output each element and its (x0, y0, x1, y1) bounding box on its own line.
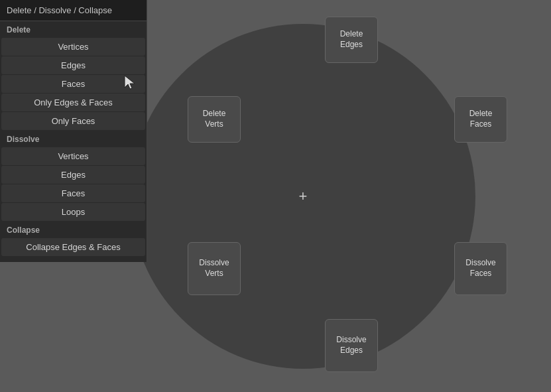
delete-edges-button[interactable]: Delete Edges (325, 17, 378, 63)
sidebar-item-vertices[interactable]: Vertices (1, 38, 145, 56)
delete-faces-button[interactable]: Delete Faces (454, 96, 507, 143)
svg-marker-0 (125, 76, 135, 89)
sidebar-item-vertices[interactable]: Vertices (1, 147, 145, 165)
sidebar-panel: Delete / Dissolve / Collapse DeleteVerti… (0, 0, 147, 262)
sidebar-section-delete: Delete (0, 21, 147, 37)
sidebar-item-collapse-edges---faces[interactable]: Collapse Edges & Faces (1, 238, 145, 256)
sidebar-item-only-edges---faces[interactable]: Only Edges & Faces (1, 94, 145, 111)
dissolve-faces-button[interactable]: Dissolve Faces (454, 242, 507, 295)
sidebar-item-faces[interactable]: Faces (1, 184, 145, 202)
sidebar-item-only-faces[interactable]: Only Faces (1, 112, 145, 130)
sidebar-item-edges[interactable]: Edges (1, 166, 145, 184)
sidebar-section-collapse: Collapse (0, 222, 147, 237)
sidebar-title: Delete / Dissolve / Collapse (0, 0, 147, 21)
crosshair-icon: + (299, 188, 308, 205)
sidebar-item-edges[interactable]: Edges (1, 56, 145, 74)
sidebar-section-dissolve: Dissolve (0, 131, 147, 147)
cursor-icon (123, 74, 137, 90)
sidebar-item-loops[interactable]: Loops (1, 203, 145, 221)
delete-verts-button[interactable]: Delete Verts (188, 96, 241, 143)
dissolve-edges-button[interactable]: Dissolve Edges (325, 319, 378, 372)
dissolve-verts-button[interactable]: Dissolve Verts (188, 242, 241, 295)
